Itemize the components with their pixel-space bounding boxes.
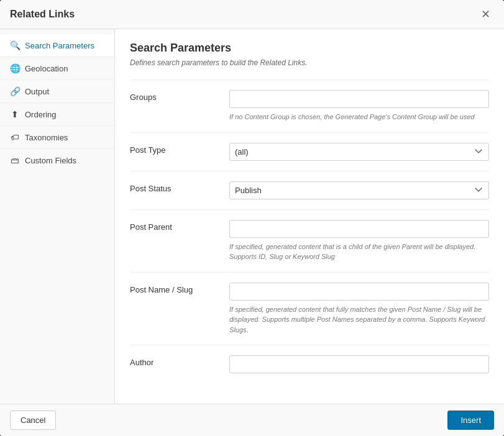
- search-parameters-label: Search Parameters: [25, 41, 94, 50]
- label-post-type: Post Type: [130, 143, 229, 155]
- label-post-parent: Post Parent: [130, 220, 229, 232]
- search-parameters-icon: 🔍: [10, 40, 20, 50]
- geolocation-icon: 🌐: [10, 63, 20, 73]
- taxonomies-icon: 🏷: [10, 132, 20, 142]
- input-post-name-slug[interactable]: [229, 283, 489, 301]
- hint-post-name-slug: If specified, generated content that ful…: [229, 304, 489, 335]
- modal-header: Related Links ✕: [0, 0, 504, 29]
- insert-button[interactable]: Insert: [447, 411, 494, 430]
- input-groups[interactable]: [229, 90, 489, 108]
- input-author[interactable]: [229, 355, 489, 373]
- label-author: Author: [130, 355, 229, 367]
- main-content: Search Parameters Defines search paramet…: [115, 29, 504, 404]
- output-label: Output: [25, 87, 49, 96]
- form-row-post-parent: Post ParentIf specified, generated conte…: [130, 209, 489, 272]
- close-button[interactable]: ✕: [477, 7, 494, 21]
- control-post-status: PublishDraftPending: [229, 181, 489, 199]
- sidebar-item-search-parameters[interactable]: 🔍Search Parameters: [0, 34, 114, 57]
- custom-fields-icon: 🗃: [10, 155, 20, 165]
- control-post-parent: If specified, generated content that is …: [229, 220, 489, 262]
- hint-groups: If no Content Group is chosen, the Gener…: [229, 112, 489, 122]
- modal-title: Related Links: [10, 9, 75, 20]
- output-icon: 🔗: [10, 86, 20, 96]
- taxonomies-label: Taxonomies: [25, 133, 68, 142]
- select-post-status[interactable]: PublishDraftPending: [229, 181, 489, 199]
- section-title: Search Parameters: [130, 42, 489, 55]
- modal-body: 🔍Search Parameters🌐Geolocation🔗Output⬆Or…: [0, 29, 504, 404]
- hint-post-parent: If specified, generated content that is …: [229, 242, 489, 262]
- select-post-type[interactable]: (all): [229, 143, 489, 161]
- form-row-groups: GroupsIf no Content Group is chosen, the…: [130, 79, 489, 132]
- input-post-parent[interactable]: [229, 220, 489, 238]
- label-groups: Groups: [130, 90, 229, 102]
- label-post-status: Post Status: [130, 181, 229, 193]
- form-row-post-status: Post StatusPublishDraftPending: [130, 171, 489, 209]
- modal-overlay: Related Links ✕ 🔍Search Parameters🌐Geolo…: [0, 0, 504, 436]
- form-row-author: Author: [130, 345, 489, 383]
- custom-fields-label: Custom Fields: [25, 156, 76, 165]
- control-groups: If no Content Group is chosen, the Gener…: [229, 90, 489, 122]
- sidebar-item-ordering[interactable]: ⬆Ordering: [0, 103, 114, 126]
- section-desc: Defines search parameters to build the R…: [130, 58, 489, 67]
- cancel-button[interactable]: Cancel: [10, 411, 56, 430]
- form-row-post-name-slug: Post Name / SlugIf specified, generated …: [130, 272, 489, 345]
- sidebar-item-custom-fields[interactable]: 🗃Custom Fields: [0, 149, 114, 171]
- form-row-post-type: Post Type(all): [130, 132, 489, 171]
- sidebar-item-geolocation[interactable]: 🌐Geolocation: [0, 57, 114, 80]
- sidebar-item-output[interactable]: 🔗Output: [0, 80, 114, 103]
- label-post-name-slug: Post Name / Slug: [130, 283, 229, 294]
- sidebar: 🔍Search Parameters🌐Geolocation🔗Output⬆Or…: [0, 29, 115, 404]
- modal: Related Links ✕ 🔍Search Parameters🌐Geolo…: [0, 0, 504, 436]
- geolocation-label: Geolocation: [25, 64, 68, 73]
- control-post-name-slug: If specified, generated content that ful…: [229, 283, 489, 335]
- control-author: [229, 355, 489, 373]
- control-post-type: (all): [229, 143, 489, 161]
- modal-footer: Cancel Insert: [0, 404, 504, 436]
- ordering-label: Ordering: [25, 110, 57, 119]
- sidebar-item-taxonomies[interactable]: 🏷Taxonomies: [0, 126, 114, 149]
- ordering-icon: ⬆: [10, 109, 20, 119]
